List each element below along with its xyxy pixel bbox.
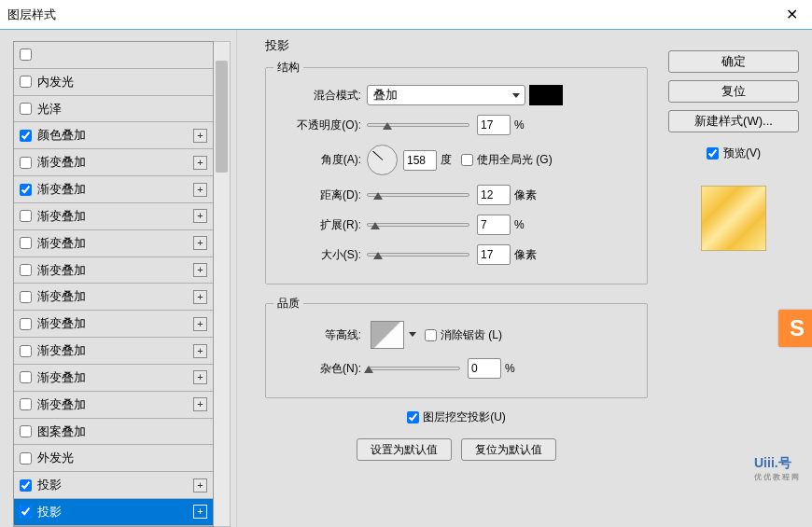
plus-icon[interactable]: +	[193, 505, 207, 519]
effect-item[interactable]: 渐变叠加+	[14, 230, 213, 257]
effect-label: 光泽	[37, 101, 62, 118]
plus-icon[interactable]: +	[193, 290, 207, 304]
new-style-button[interactable]: 新建样式(W)...	[668, 110, 799, 132]
effect-checkbox[interactable]	[20, 371, 32, 383]
size-unit: 像素	[514, 247, 537, 263]
effect-label: 渐变叠加	[37, 262, 86, 279]
effect-label: 渐变叠加	[37, 235, 86, 252]
effect-checkbox[interactable]	[20, 237, 32, 249]
effect-checkbox[interactable]	[20, 210, 32, 222]
preview-canvas[interactable]	[701, 186, 766, 251]
set-default-button[interactable]: 设置为默认值	[357, 438, 452, 461]
effect-item[interactable]: 图案叠加	[14, 419, 213, 446]
preview-checkbox-input[interactable]	[707, 147, 719, 159]
effect-item[interactable]: 渐变叠加+	[14, 176, 213, 203]
plus-icon[interactable]: +	[193, 209, 207, 223]
noise-input[interactable]	[468, 358, 501, 379]
size-slider[interactable]	[367, 253, 469, 257]
opacity-slider[interactable]	[367, 123, 469, 127]
effect-label: 图案叠加	[37, 423, 86, 440]
spread-row: 扩展(R): %	[273, 215, 637, 235]
effect-item[interactable]	[14, 42, 213, 69]
watermark: Uiii.号 优优教程网	[754, 455, 801, 482]
plus-icon[interactable]: +	[193, 236, 207, 250]
noise-row: 杂色(N): %	[273, 358, 637, 379]
plus-icon[interactable]: +	[193, 317, 207, 331]
plus-icon[interactable]: +	[193, 478, 207, 492]
distance-input[interactable]	[477, 185, 511, 205]
spread-input[interactable]	[477, 215, 511, 235]
size-row: 大小(S): 像素	[273, 244, 637, 265]
effect-item[interactable]: 颜色叠加+	[14, 122, 213, 149]
effect-item[interactable]: 渐变叠加+	[14, 392, 213, 419]
plus-icon[interactable]: +	[193, 183, 207, 197]
preview-checkbox[interactable]: 预览(V)	[668, 146, 799, 161]
effect-label: 投影	[37, 504, 62, 520]
angle-dial[interactable]	[367, 145, 398, 175]
effect-item[interactable]: 渐变叠加+	[14, 338, 213, 365]
effect-label: 投影	[37, 477, 62, 493]
contour-row: 等高线: 消除锯齿 (L)	[273, 321, 637, 349]
knockout-checkbox[interactable]: 图层挖空投影(U)	[407, 409, 506, 425]
knockout-input[interactable]	[407, 411, 419, 423]
size-input[interactable]	[477, 244, 511, 265]
plus-icon[interactable]: +	[193, 370, 207, 384]
effect-item[interactable]: 渐变叠加+	[14, 257, 213, 284]
effect-checkbox[interactable]	[20, 291, 32, 303]
global-light-checkbox[interactable]: 使用全局光 (G)	[461, 152, 553, 168]
effect-item[interactable]: 渐变叠加+	[14, 284, 213, 311]
effect-checkbox[interactable]	[20, 506, 32, 518]
plus-icon[interactable]: +	[193, 344, 207, 358]
effect-checkbox[interactable]	[20, 345, 32, 357]
effect-checkbox[interactable]	[20, 184, 32, 196]
blend-mode-label: 混合模式:	[273, 88, 361, 104]
spread-slider[interactable]	[367, 223, 469, 227]
effect-label: 渐变叠加	[37, 181, 86, 198]
plus-icon[interactable]: +	[193, 129, 207, 143]
antialias-checkbox[interactable]: 消除锯齿 (L)	[425, 327, 502, 343]
global-light-input[interactable]	[461, 154, 473, 166]
close-icon[interactable]: ✕	[771, 0, 812, 30]
plus-icon[interactable]: +	[193, 263, 207, 277]
effect-checkbox[interactable]	[20, 318, 32, 330]
distance-slider[interactable]	[367, 193, 469, 197]
effect-item[interactable]: 渐变叠加+	[14, 203, 213, 230]
effect-item[interactable]: 渐变叠加+	[14, 149, 213, 176]
scrollbar-thumb[interactable]	[216, 61, 228, 173]
noise-slider[interactable]	[367, 367, 460, 370]
effect-item[interactable]: 渐变叠加+	[14, 311, 213, 338]
effect-checkbox[interactable]	[20, 157, 32, 169]
effect-label: 渐变叠加	[37, 396, 86, 413]
content-area: 内发光光泽颜色叠加+渐变叠加+渐变叠加+渐变叠加+渐变叠加+渐变叠加+渐变叠加+…	[0, 30, 812, 527]
effect-checkbox[interactable]	[20, 264, 32, 276]
effect-checkbox[interactable]	[20, 479, 32, 492]
effect-item[interactable]: 内发光	[14, 69, 213, 96]
blend-mode-dropdown[interactable]: 叠加	[367, 85, 525, 105]
shadow-color-swatch[interactable]	[529, 85, 563, 105]
effect-checkbox[interactable]	[20, 425, 32, 437]
effect-checkbox[interactable]	[20, 398, 32, 410]
antialias-input[interactable]	[425, 329, 437, 341]
angle-input[interactable]	[403, 150, 437, 171]
effect-checkbox[interactable]	[20, 103, 32, 115]
effect-checkbox[interactable]	[20, 49, 32, 61]
effect-label: 渐变叠加	[37, 288, 86, 305]
reset-default-button[interactable]: 复位为默认值	[461, 438, 556, 461]
opacity-input[interactable]	[477, 115, 511, 135]
scrollbar[interactable]	[214, 41, 231, 527]
contour-picker[interactable]	[371, 321, 404, 349]
opacity-unit: %	[514, 118, 525, 132]
cancel-button[interactable]: 复位	[668, 80, 799, 103]
effect-item[interactable]: 投影+	[14, 472, 213, 499]
plus-icon[interactable]: +	[193, 156, 207, 170]
plus-icon[interactable]: +	[193, 397, 207, 411]
effect-checkbox[interactable]	[20, 76, 32, 88]
ok-button[interactable]: 确定	[668, 50, 799, 73]
effect-item[interactable]: 外发光	[14, 445, 213, 472]
effect-item[interactable]: 光泽	[14, 96, 213, 123]
floating-app-icon[interactable]: S	[778, 310, 812, 347]
effect-checkbox[interactable]	[20, 130, 32, 142]
effect-checkbox[interactable]	[20, 452, 32, 465]
effect-item[interactable]: 渐变叠加+	[14, 365, 213, 392]
effect-item[interactable]: 投影+	[14, 499, 213, 526]
